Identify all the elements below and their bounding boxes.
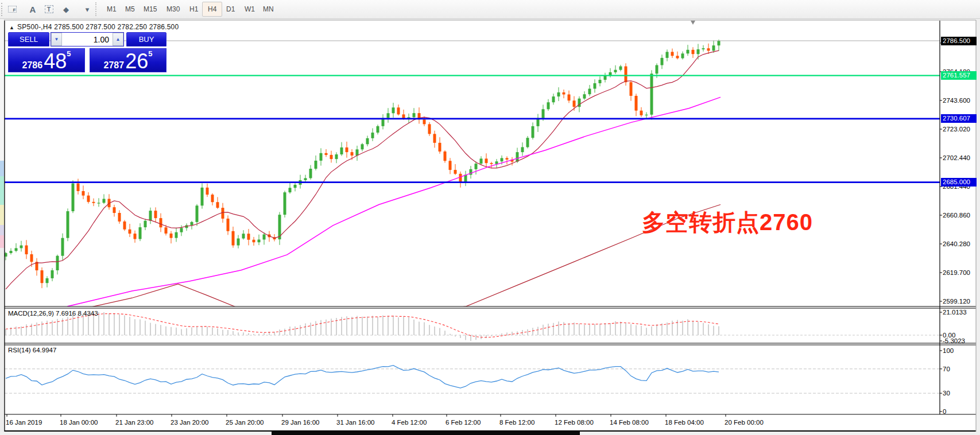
candle[interactable] [573, 100, 576, 107]
candle[interactable] [258, 239, 261, 242]
candle[interactable] [712, 45, 715, 51]
candle[interactable] [459, 174, 462, 182]
candle[interactable] [542, 109, 545, 118]
rsi-panel[interactable] [5, 366, 940, 394]
candle[interactable] [552, 96, 555, 102]
candle[interactable] [428, 124, 431, 134]
candle[interactable] [175, 232, 178, 238]
candle[interactable] [625, 67, 627, 83]
candle[interactable] [242, 234, 245, 238]
candle[interactable] [490, 163, 493, 164]
candle[interactable] [661, 58, 664, 65]
candle[interactable] [377, 126, 379, 133]
candle[interactable] [154, 211, 157, 218]
candle[interactable] [191, 222, 193, 226]
candle[interactable] [98, 203, 100, 203]
candle[interactable] [325, 153, 328, 155]
candle[interactable] [454, 170, 457, 174]
candle[interactable] [485, 158, 488, 163]
candle[interactable] [702, 48, 705, 49]
candle[interactable] [103, 199, 106, 203]
volume-input[interactable] [62, 33, 113, 46]
candle[interactable] [222, 208, 224, 219]
buy-price-box[interactable]: 2787 26 5 [90, 48, 166, 72]
chart-text-annotation[interactable]: 多空转折点2760 [642, 207, 813, 238]
candle[interactable] [46, 278, 49, 283]
candle[interactable] [630, 82, 633, 96]
candle[interactable] [635, 96, 638, 111]
candle[interactable] [263, 234, 266, 239]
candle[interactable] [656, 65, 659, 74]
candle[interactable] [650, 73, 653, 115]
candle[interactable] [692, 50, 695, 54]
candle[interactable] [495, 161, 498, 164]
candle[interactable] [439, 143, 441, 152]
candle[interactable] [284, 192, 286, 215]
candle[interactable] [315, 161, 317, 169]
candle[interactable] [718, 41, 721, 45]
candle[interactable] [123, 222, 126, 230]
candle[interactable] [304, 178, 307, 180]
candle[interactable] [149, 211, 152, 221]
candle[interactable] [227, 219, 230, 231]
candle[interactable] [346, 147, 348, 152]
candle[interactable] [671, 52, 674, 56]
candle[interactable] [72, 184, 75, 211]
candle[interactable] [144, 221, 147, 227]
candle[interactable] [320, 153, 323, 161]
candle[interactable] [413, 113, 416, 117]
candle[interactable] [666, 52, 669, 57]
candle[interactable] [387, 113, 390, 118]
candle[interactable] [371, 133, 374, 138]
candle[interactable] [568, 95, 571, 101]
candle[interactable] [335, 154, 338, 159]
candle[interactable] [289, 188, 292, 192]
candle[interactable] [588, 89, 591, 95]
candle[interactable] [619, 67, 622, 70]
candle[interactable] [676, 56, 679, 58]
candle[interactable] [444, 152, 447, 161]
candle[interactable] [423, 119, 426, 124]
candle[interactable] [614, 70, 617, 72]
candle[interactable] [433, 134, 436, 142]
candle[interactable] [640, 111, 643, 115]
candle[interactable] [30, 254, 33, 262]
candle[interactable] [196, 205, 199, 222]
candle[interactable] [160, 218, 162, 227]
candle[interactable] [506, 158, 509, 160]
candle[interactable] [25, 246, 28, 254]
sell-button[interactable]: SELL [8, 32, 49, 46]
candle[interactable] [501, 158, 503, 161]
candle[interactable] [67, 211, 69, 238]
candle[interactable] [392, 107, 395, 113]
candle[interactable] [211, 195, 214, 202]
candle[interactable] [521, 147, 524, 152]
candle[interactable] [253, 240, 255, 242]
candle[interactable] [15, 248, 18, 251]
candle[interactable] [10, 251, 13, 253]
candle[interactable] [547, 102, 550, 109]
candle[interactable] [594, 83, 596, 89]
candle[interactable] [82, 191, 85, 196]
candle[interactable] [397, 107, 400, 114]
candle[interactable] [41, 270, 44, 283]
collapse-triangle-icon[interactable]: ▲ [9, 25, 14, 30]
macd-panel[interactable] [5, 312, 940, 341]
candle[interactable] [113, 207, 116, 213]
candle[interactable] [356, 149, 359, 156]
candle[interactable] [134, 234, 137, 239]
candle[interactable] [697, 49, 700, 54]
candle[interactable] [516, 152, 519, 162]
candle[interactable] [139, 227, 142, 239]
candle[interactable] [557, 92, 560, 96]
candle[interactable] [237, 239, 240, 246]
candle[interactable] [707, 48, 710, 51]
candle[interactable] [51, 270, 54, 278]
candle[interactable] [340, 147, 343, 154]
candle[interactable] [87, 196, 90, 202]
candle[interactable] [475, 164, 478, 169]
sell-price-box[interactable]: 2786 48 5 [8, 48, 85, 72]
candle[interactable] [201, 188, 204, 205]
candle[interactable] [526, 138, 529, 147]
candle[interactable] [309, 169, 312, 178]
